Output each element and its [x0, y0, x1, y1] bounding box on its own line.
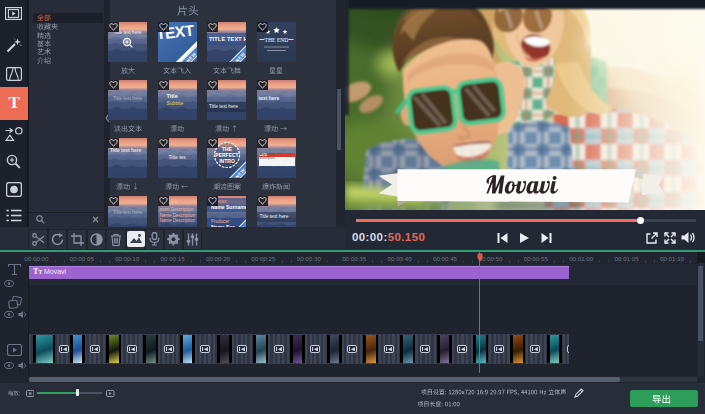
svg-text:THE END: THE END — [264, 37, 288, 43]
svg-text:INTRO: INTRO — [219, 158, 235, 164]
